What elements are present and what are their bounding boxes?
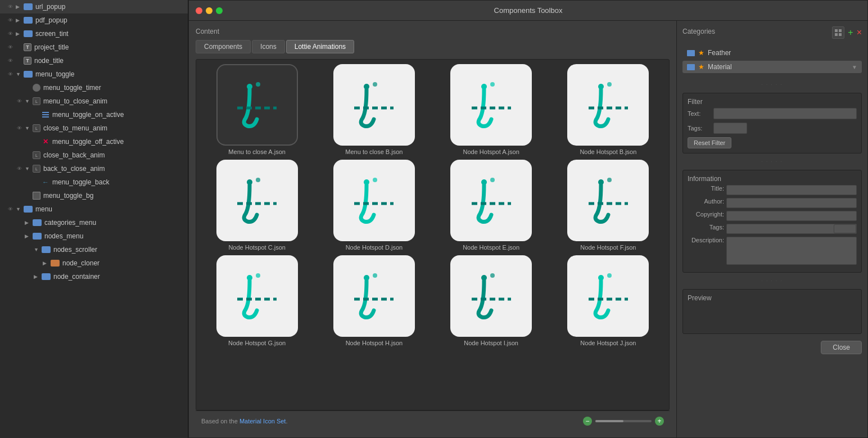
info-description-value[interactable]: [726, 237, 857, 265]
dialog-title: Components Toolbox: [494, 6, 563, 15]
tab-components[interactable]: Components: [196, 40, 251, 53]
zoom-in-button[interactable]: +: [655, 417, 664, 426]
grid-item-node_hotspot_i[interactable]: Node Hotspot I.json: [435, 255, 548, 346]
window-minimize-button[interactable]: [206, 7, 213, 14]
grid-item-node_hotspot_f[interactable]: Node Hotspot F.json: [552, 160, 664, 251]
toggle-arrow-categories_menu[interactable]: ▶: [25, 220, 31, 225]
layer-item-node_title[interactable]: 👁Tnode_title: [0, 54, 188, 67]
grid-icon: [835, 29, 842, 36]
layer-item-nodes_scroller[interactable]: ▼nodes_scroller: [0, 243, 188, 256]
visibility-icon-url_popup[interactable]: 👁: [4, 4, 16, 10]
grid-item-menu_close_a[interactable]: Menu to close A.json: [201, 64, 313, 155]
toggle-arrow-node_container[interactable]: ▶: [34, 274, 40, 279]
grid-item-node_hotspot_g[interactable]: Node Hotspot G.json: [201, 255, 313, 346]
info-copyright-value[interactable]: [726, 211, 857, 221]
text-icon-project_title: T: [24, 43, 31, 51]
toggle-arrow-node_cloner[interactable]: ▶: [43, 260, 49, 266]
grid-item-thumb-node_hotspot_j: [567, 255, 649, 337]
dialog-titlebar: Components Toolbox: [189, 1, 867, 21]
grid-item-node_hotspot_h[interactable]: Node Hotspot H.json: [318, 255, 430, 346]
tab-icons[interactable]: Icons: [252, 40, 285, 53]
visibility-icon-menu[interactable]: 👁: [4, 206, 16, 212]
toggle-arrow-back_to_close_anim[interactable]: ▼: [25, 166, 31, 171]
grid-item-label-node_hotspot_i: Node Hotspot I.json: [464, 340, 518, 346]
visibility-icon-back_to_close_anim[interactable]: 👁: [13, 166, 25, 171]
grid-item-node_hotspot_j[interactable]: Node Hotspot J.json: [552, 255, 664, 346]
info-author-value[interactable]: [726, 198, 857, 208]
information-section: Information Title: Author: Copyright: Ta…: [682, 170, 862, 273]
layer-item-menu_to_close_anim[interactable]: 👁▼Lmenu_to_close_anim: [0, 94, 188, 108]
layer-item-menu_toggle_bg[interactable]: menu_toggle_bg: [0, 189, 188, 202]
svg-rect-0: [42, 112, 49, 113]
layer-item-categories_menu[interactable]: ▶categories_menu: [0, 216, 188, 229]
zoom-out-button[interactable]: −: [583, 417, 592, 426]
layer-item-menu_toggle_off_active[interactable]: ✕menu_toggle_off_active: [0, 135, 188, 148]
visibility-icon-menu_toggle[interactable]: 👁: [4, 71, 16, 77]
category-dropdown-arrow[interactable]: ▼: [852, 64, 857, 70]
layer-item-nodes_menu[interactable]: ▶nodes_menu: [0, 229, 188, 243]
tab-lottie[interactable]: Lottie Animations: [286, 40, 354, 53]
filter-tags-dropdown[interactable]: [713, 123, 747, 134]
layer-item-project_title[interactable]: 👁Tproject_title: [0, 40, 188, 54]
info-title-label: Title:: [688, 185, 724, 192]
layer-item-pdf_popup[interactable]: 👁▶pdf_popup: [0, 13, 188, 27]
visibility-icon-project_title[interactable]: 👁: [4, 44, 16, 50]
layer-item-screen_tint[interactable]: 👁▶screen_tint: [0, 27, 188, 40]
grid-item-node_hotspot_d[interactable]: Node Hotspot D.json: [318, 160, 430, 251]
category-item-material[interactable]: ★ Material ▼: [682, 61, 862, 73]
toggle-arrow-menu[interactable]: ▼: [16, 206, 22, 212]
add-category-button[interactable]: +: [848, 28, 853, 37]
grid-item-node_hotspot_b[interactable]: Node Hotspot B.json: [552, 64, 664, 155]
visibility-icon-close_to_menu_anim[interactable]: 👁: [13, 125, 25, 131]
toggle-arrow-url_popup[interactable]: ▶: [16, 4, 22, 10]
info-title-value[interactable]: [726, 185, 857, 195]
information-label: Information: [688, 175, 857, 183]
toggle-arrow-close_to_menu_anim[interactable]: ▼: [25, 125, 31, 131]
grid-item-label-node_hotspot_d: Node Hotspot D.json: [346, 244, 403, 251]
material-icon-link[interactable]: Material Icon Set: [239, 418, 286, 425]
zoom-slider[interactable]: [595, 420, 652, 422]
category-icon-button[interactable]: [832, 26, 844, 39]
grid-item-menu_close_b[interactable]: Menu to close B.json: [318, 64, 430, 155]
grid-item-node_hotspot_c[interactable]: Node Hotspot C.json: [201, 160, 313, 251]
close-dialog-button[interactable]: Close: [821, 341, 862, 354]
toggle-arrow-menu_toggle[interactable]: ▼: [16, 71, 22, 77]
layer-item-node_container[interactable]: ▶node_container: [0, 270, 188, 283]
visibility-icon-screen_tint[interactable]: 👁: [4, 31, 16, 37]
toggle-arrow-menu_to_close_anim[interactable]: ▼: [25, 98, 31, 104]
layer-item-menu[interactable]: 👁▼menu: [0, 202, 188, 216]
grid-container[interactable]: Menu to close A.json Menu to close B.jso…: [196, 59, 670, 410]
grid-item-node_hotspot_e[interactable]: Node Hotspot E.json: [435, 160, 548, 251]
layer-item-url_popup[interactable]: 👁▶url_popup: [0, 0, 188, 13]
info-author-row: Author:: [688, 198, 857, 208]
grid-item-node_hotspot_a[interactable]: Node Hotspot A.json: [435, 64, 548, 155]
svg-rect-1: [42, 114, 49, 115]
toggle-arrow-nodes_menu[interactable]: ▶: [25, 233, 31, 239]
layer-item-menu_toggle_back[interactable]: ←menu_toggle_back: [0, 175, 188, 189]
visibility-icon-node_title[interactable]: 👁: [4, 58, 16, 64]
toggle-arrow-pdf_popup[interactable]: ▶: [16, 17, 22, 23]
zoom-controls: − +: [583, 417, 664, 426]
info-title-row: Title:: [688, 185, 857, 195]
layer-item-back_to_close_anim[interactable]: 👁▼Lback_to_close_anim: [0, 162, 188, 175]
layer-item-menu_toggle_timer[interactable]: menu_toggle_timer: [0, 81, 188, 94]
info-tags-dropdown[interactable]: [834, 224, 856, 233]
info-tags-value[interactable]: [726, 224, 857, 234]
layer-item-node_cloner[interactable]: ▶node_cloner: [0, 256, 188, 270]
layer-item-menu_toggle[interactable]: 👁▼menu_toggle: [0, 67, 188, 81]
layer-item-close_to_menu_anim[interactable]: 👁▼Lclose_to_menu_anim: [0, 121, 188, 135]
toggle-arrow-screen_tint[interactable]: ▶: [16, 31, 22, 37]
window-close-button[interactable]: [196, 7, 202, 14]
toggle-arrow-nodes_scroller[interactable]: ▼: [34, 247, 40, 252]
rect-icon-menu_toggle_bg: [33, 192, 40, 200]
category-item-feather[interactable]: ★ Feather: [682, 47, 862, 59]
filter-text-input[interactable]: [713, 108, 857, 119]
layer-item-close_to_back_anim[interactable]: Lclose_to_back_anim: [0, 148, 188, 162]
layer-item-menu_toggle_on_active[interactable]: menu_toggle_on_active: [0, 108, 188, 121]
reset-filter-button[interactable]: Reset Filter: [688, 137, 731, 148]
remove-category-button[interactable]: ×: [857, 28, 862, 37]
window-maximize-button[interactable]: [216, 7, 223, 14]
visibility-icon-menu_to_close_anim[interactable]: 👁: [13, 98, 25, 104]
visibility-icon-pdf_popup[interactable]: 👁: [4, 17, 16, 23]
info-description-label: Description:: [688, 237, 724, 243]
